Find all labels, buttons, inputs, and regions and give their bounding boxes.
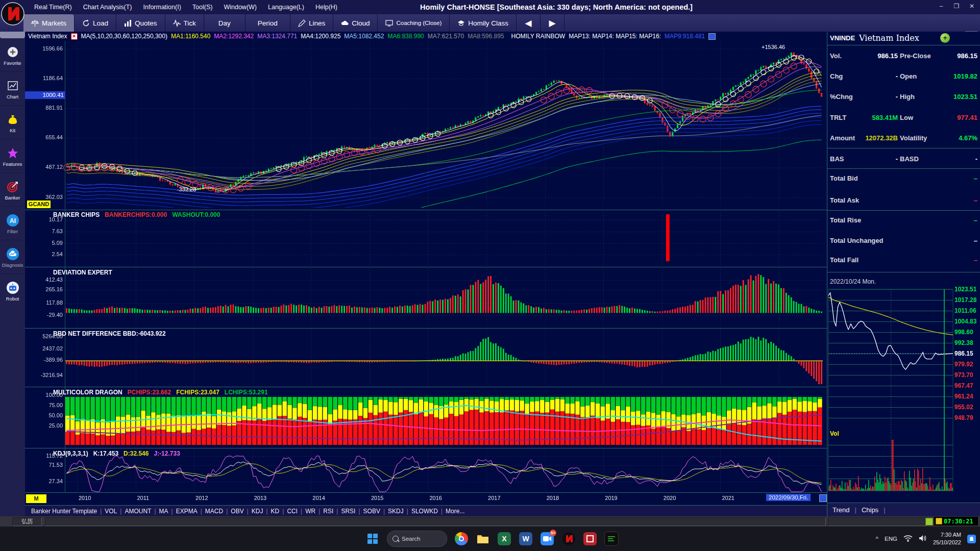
excel-icon[interactable]: X [497,532,511,546]
tab-trend[interactable]: Trend [827,506,854,514]
menu-window[interactable]: Window(W) [218,4,262,11]
x-tick-label: 2021 [722,495,734,501]
chrome-icon[interactable] [454,532,469,546]
chart-area[interactable]: Vietnam Index ✕ MA(5,10,20,30,60,120,250… [25,32,827,505]
y-tick-label: 1596.66 [26,45,63,52]
menu-language[interactable]: Language(L) [262,4,310,11]
ma-value-label: MA6:838.990 [387,33,424,40]
taskbar-clock[interactable]: 7:30 AM 25/10/2022 [933,531,961,546]
sidebar-item-kit[interactable]: Kit [0,107,25,139]
cloud-button[interactable]: Cloud [333,14,378,32]
indicator-tab-slowkd[interactable]: SLOWKD [408,508,441,515]
restore-icon[interactable]: ❐ [950,2,963,12]
indicator-tab-expma[interactable]: EXPMA [173,508,201,515]
y-tick-label: -29.40 [26,312,63,318]
quote-label: Volatility [900,134,927,142]
toolbar: Markets Load Quotes Tick Day Period [0,14,980,32]
coaching-button[interactable]: Coaching (Close) [378,14,450,32]
load-button[interactable]: Load [75,14,116,32]
x-tick-label: 2011 [137,495,150,501]
indicator-tab-obv[interactable]: OBV [228,508,247,515]
tray-expand-chevron[interactable]: ^ [876,536,878,542]
close-indicator-icon[interactable]: ✕ [71,33,78,40]
file-explorer-icon[interactable] [476,532,490,546]
menu-help[interactable]: Help(H) [310,4,343,11]
sidebar-item-robot[interactable]: Robot [0,276,25,307]
indicator-tab-ma[interactable]: MA [156,508,172,515]
homily-class-button[interactable]: Homily Class [450,14,517,32]
y-tick-label: 71.53 [26,462,63,468]
red-app-icon[interactable] [583,532,597,546]
menu-real-time[interactable]: Real Time(R) [29,4,78,11]
sidebar-item-features[interactable]: Features [0,141,25,173]
y-tick-label: 117.88 [26,299,63,306]
lines-button[interactable]: Lines [290,14,333,32]
indicator-tab-macd[interactable]: MACD [202,508,226,515]
markets-button[interactable]: Markets [23,14,75,32]
zoom-icon[interactable]: S+ [540,532,554,546]
indicator-tab-skdj[interactable]: SKDJ [385,508,407,515]
day-button[interactable]: Day [204,14,246,32]
price-level-label: 1011.06 [954,307,976,314]
multicolor-dragon-chart[interactable] [25,387,827,447]
sidebar-item-banker[interactable]: Banker [0,174,25,207]
deviation-expert-chart[interactable] [25,267,827,328]
end-date-badge[interactable]: 2022/09/30,Fri. [766,494,811,501]
price-level-label: 998.60 [954,329,973,336]
notification-icon[interactable] [967,535,976,543]
quote-value: 986.15 [877,52,898,60]
indicator-tab-banker-hunter-template[interactable]: Banker Hunter Template [28,508,100,515]
tab-chips[interactable]: Chips [856,506,884,514]
indicator-tab-rsi[interactable]: RSI [320,508,336,515]
close-icon[interactable]: ✕ [966,2,978,12]
tick-button[interactable]: Tick [165,14,204,32]
period-badge[interactable]: M [26,494,46,503]
add-favorite-icon[interactable]: + [940,33,950,43]
sidebar-item-chart[interactable]: Chart [0,73,25,106]
indicator-tab-cci[interactable]: CCI [284,508,301,515]
word-icon[interactable]: W [519,532,533,546]
terminal-icon[interactable] [604,532,619,546]
calendar-icon[interactable] [819,494,827,502]
menu-information[interactable]: Information(I) [137,4,186,11]
sidebar-item-filter[interactable]: AI Filter [0,208,25,240]
chart-mini-icon [925,518,933,525]
taskbar-search[interactable]: Search [387,531,447,547]
y-tick-label: 100.00 [26,392,63,398]
language-indicator[interactable]: ENG [885,536,897,542]
indicator-tab-wr[interactable]: WR [302,508,318,515]
banker-chips-chart[interactable] [25,210,827,266]
quote-label: Amount [830,134,855,142]
indicator-tab-vol[interactable]: VOL [102,508,120,515]
menu-chart-analysis[interactable]: Chart Analysis(T) [78,4,138,11]
menu-tool[interactable]: Tool(S) [187,4,218,11]
sidebar-item-diagnosis[interactable]: Diagnosis [0,242,25,274]
panel-toggle-icon[interactable] [708,33,716,40]
banker-chips-title: BANKER CHIPSBANKERCHIPS:0.000WASHOUT:0.0… [53,211,225,218]
start-button-icon[interactable] [365,532,380,546]
minimize-icon[interactable]: – [935,2,947,12]
homily-logo-icon[interactable] [1,1,24,27]
quote-value: - [896,155,898,163]
back-arrow-icon[interactable]: ◀ [517,14,541,32]
indicator-tab-amount[interactable]: AMOUNT [121,508,154,515]
volume-icon[interactable] [919,535,927,543]
forward-arrow-icon[interactable]: ▶ [541,14,565,32]
price-level-label: 979.92 [954,361,973,368]
indicator-tab-sobv[interactable]: SOBV [360,508,383,515]
period-button[interactable]: Period [246,14,290,32]
sidebar-item-favorite[interactable]: Favorite [0,40,25,72]
pane-divider [25,210,827,210]
quote-label: Vol. [830,52,842,60]
wifi-icon[interactable] [903,535,913,543]
indicator-tab-more-[interactable]: More... [443,508,468,515]
dragon-title: MULTICOLOR DRAGONPCHIPS:23.662FCHIPS:23.… [53,389,273,396]
quote-label: Total Unchanged [830,237,883,244]
gcand-badge[interactable]: GCAND [27,201,51,208]
main-price-chart[interactable] [25,41,827,208]
quotes-button[interactable]: Quotes [116,14,165,32]
indicator-tab-srsi[interactable]: SRSI [338,508,358,515]
indicator-tab-kd[interactable]: KD [268,508,283,515]
indicator-tab-kdj[interactable]: KDJ [249,508,266,515]
homily-app-icon[interactable] [561,532,576,546]
